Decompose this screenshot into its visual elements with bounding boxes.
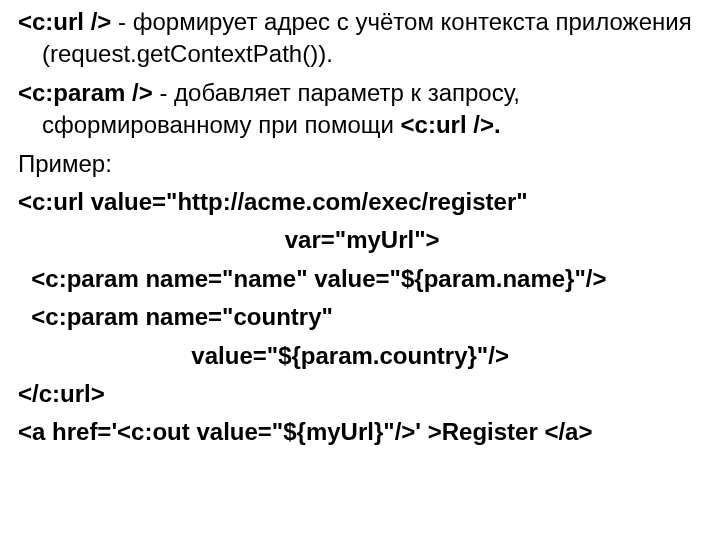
slide: <c:url /> - формирует адрес с учётом кон…	[0, 0, 720, 449]
desc-curl: <c:url /> - формирует адрес с учётом кон…	[18, 6, 708, 71]
code-line: <c:url value="http://acme.com/exec/regis…	[18, 186, 708, 218]
desc-curl-text: - формирует адрес с учётом контекста при…	[42, 8, 692, 67]
code-line: <c:param name="name" value="${param.name…	[18, 263, 708, 295]
tag-curl-ref: <c:url />.	[401, 111, 501, 138]
code-line: value="${param.country}"/>	[18, 340, 708, 372]
code-line: <c:param name="country"	[18, 301, 708, 333]
example-label: Пример:	[18, 148, 708, 180]
code-example: <c:url value="http://acme.com/exec/regis…	[18, 186, 708, 449]
tag-cparam: <c:param />	[18, 79, 153, 106]
code-line: var="myUrl">	[18, 224, 708, 256]
tag-curl: <c:url />	[18, 8, 111, 35]
code-line: </c:url>	[18, 378, 708, 410]
desc-cparam: <c:param /> - добавляет параметр к запро…	[18, 77, 708, 142]
code-line: <a href='<c:out value="${myUrl}"/>' >Reg…	[18, 416, 708, 448]
